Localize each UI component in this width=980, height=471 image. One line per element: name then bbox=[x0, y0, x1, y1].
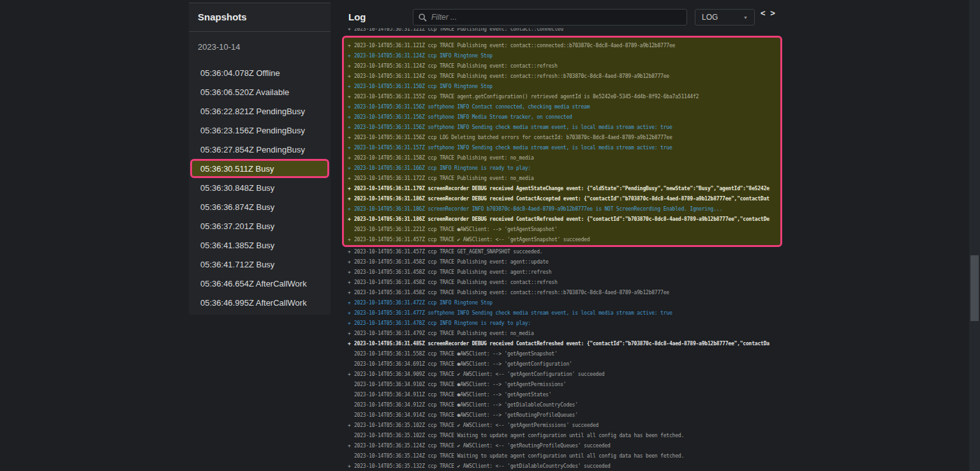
log-line-expander: + bbox=[348, 174, 354, 184]
scrollbar-track[interactable] bbox=[969, 0, 980, 471]
log-line-text: 2023-10-14T05:36:31.186Z screenRecorder … bbox=[354, 216, 769, 222]
log-line[interactable]: +2023-10-14T05:36:31.458Z ccp TRACE Publ… bbox=[348, 257, 782, 267]
log-line[interactable]: +2023-10-14T05:36:31.155Z ccp TRACE agen… bbox=[348, 92, 780, 102]
log-line-text: 2023-10-14T05:36:34.914Z ccp TRACE ●AWSC… bbox=[354, 412, 578, 418]
snapshot-date-label: 2023-10-14 bbox=[189, 42, 330, 52]
snapshot-list-item[interactable]: 05:36:37.201Z Busy bbox=[189, 216, 330, 236]
log-line-expander: + bbox=[348, 71, 354, 82]
log-level-select[interactable]: LOG ▼ bbox=[695, 9, 755, 26]
snapshot-list-item[interactable]: 05:36:41.712Z Busy bbox=[189, 255, 330, 274]
log-line[interactable]: +2023-10-14T05:36:31.156Z ccp LOG Deleti… bbox=[348, 133, 780, 143]
log-line[interactable]: +2023-10-14T05:36:31.186Z screenRecorder… bbox=[348, 194, 780, 204]
log-line-text: 2023-10-14T05:36:35.124Z ccp TRACE Waiti… bbox=[354, 453, 684, 459]
snapshot-item-label: 05:36:04.078Z Offline bbox=[200, 68, 280, 78]
log-line[interactable]: +2023-10-14T05:36:31.124Z ccp INFO Ringt… bbox=[348, 51, 780, 61]
log-line-expander: + bbox=[348, 143, 354, 153]
snapshot-list-item[interactable]: 05:36:22.821Z PendingBusy bbox=[189, 101, 330, 121]
log-level-value: LOG bbox=[702, 13, 718, 22]
log-line-text: 2023-10-14T05:36:34.912Z ccp TRACE ●AWSC… bbox=[354, 402, 578, 408]
snapshot-list: 05:36:04.078Z Offline 05:36:06.520Z Avai… bbox=[189, 63, 330, 312]
snapshot-list-item[interactable]: 05:36:23.156Z PendingBusy bbox=[189, 121, 330, 140]
snapshot-list-item[interactable]: 05:36:36.874Z Busy bbox=[189, 197, 330, 216]
log-line[interactable]: 2023-10-14T05:36:34.911Z ccp TRACE ●AWSC… bbox=[348, 390, 782, 400]
log-line-expander: + bbox=[348, 133, 354, 143]
log-line[interactable]: +2023-10-14T05:36:31.157Z softphone INFO… bbox=[348, 143, 780, 153]
log-line-text: 2023-10-14T05:36:31.156Z softphone INFO … bbox=[354, 104, 590, 110]
log-line[interactable]: +2023-10-14T05:36:31.479Z ccp TRACE Publ… bbox=[348, 329, 782, 339]
log-line[interactable]: +2023-10-14T05:36:31.172Z ccp TRACE Publ… bbox=[348, 174, 780, 184]
log-line-expander: + bbox=[348, 204, 354, 214]
log-line[interactable]: 2023-10-14T05:36:34.914Z ccp TRACE ●AWSC… bbox=[348, 410, 782, 421]
log-line[interactable]: +2023-10-14T05:36:35.102Z ccp TRACE ✔ AW… bbox=[348, 421, 782, 431]
log-line[interactable]: +2023-10-14T05:36:31.457Z ccp TRACE ✔ AW… bbox=[348, 235, 780, 245]
log-line-text: 2023-10-14T05:36:31.477Z softphone INFO … bbox=[354, 310, 672, 316]
log-line-text: 2023-10-14T05:36:31.157Z softphone INFO … bbox=[354, 145, 672, 151]
log-line-expander: + bbox=[348, 318, 354, 329]
log-line[interactable]: +2023-10-14T05:36:31.121Z ccp TRACE Publ… bbox=[348, 41, 780, 51]
snapshot-item-label: 05:36:41.385Z Busy bbox=[200, 241, 274, 250]
log-line[interactable]: +2023-10-14T05:36:31.156Z softphone INFO… bbox=[348, 112, 780, 123]
snapshot-list-item[interactable]: 05:36:30.848Z Busy bbox=[189, 178, 330, 197]
log-line[interactable]: 2023-10-14T05:36:34.912Z ccp TRACE ●AWSC… bbox=[348, 400, 782, 410]
log-line-text: 2023-10-14T05:36:34.910Z ccp TRACE ●AWSC… bbox=[354, 382, 566, 387]
log-line[interactable]: +2023-10-14T05:36:35.132Z ccp TRACE ✔ AW… bbox=[348, 461, 782, 471]
log-line[interactable]: +2023-10-14T05:36:31.124Z ccp TRACE Publ… bbox=[348, 71, 780, 82]
log-line[interactable]: +2023-10-14T05:36:31.150Z ccp INFO Ringt… bbox=[348, 82, 780, 92]
log-line[interactable]: +2023-10-14T05:36:31.472Z ccp INFO Ringt… bbox=[348, 298, 782, 308]
log-line[interactable]: 2023-10-14T05:36:34.691Z ccp TRACE ●AWSC… bbox=[348, 359, 782, 370]
log-line[interactable]: +2023-10-14T05:36:31.485Z screenRecorder… bbox=[348, 339, 782, 349]
log-line-text: 2023-10-14T05:36:31.472Z ccp INFO Ringto… bbox=[354, 300, 493, 306]
log-line[interactable]: +2023-10-14T05:36:31.478Z ccp INFO Ringt… bbox=[348, 318, 782, 329]
log-line[interactable]: +2023-10-14T05:36:31.186Z screenRecorder… bbox=[348, 204, 780, 214]
log-line[interactable]: +2023-10-14T05:36:31.156Z softphone INFO… bbox=[348, 123, 780, 133]
log-line-text: 2023-10-14T05:36:31.186Z screenRecorder … bbox=[354, 196, 769, 202]
log-line[interactable]: +2023-10-14T05:36:31.458Z ccp TRACE Publ… bbox=[348, 278, 782, 288]
log-line-expander: + bbox=[348, 339, 354, 349]
log-line-text: 2023-10-14T05:36:31.458Z ccp TRACE Publi… bbox=[354, 269, 551, 275]
log-line[interactable]: +2023-10-14T05:36:31.156Z softphone INFO… bbox=[348, 102, 780, 112]
log-line-expander: + bbox=[348, 112, 354, 123]
snapshot-list-item[interactable]: 05:36:30.511Z Busy bbox=[190, 159, 329, 178]
log-lines-clipped-top: +2023-10-14T05:36:31.121Z ccp TRACE Publ… bbox=[342, 28, 782, 34]
log-line-text: 2023-10-14T05:36:31.479Z ccp TRACE Publi… bbox=[354, 331, 534, 336]
snapshot-list-item[interactable]: 05:36:27.854Z PendingBusy bbox=[189, 140, 330, 159]
snapshots-panel: Snapshots 2023-10-14 05:36:04.078Z Offli… bbox=[189, 3, 330, 315]
log-line[interactable]: 2023-10-14T05:36:34.910Z ccp TRACE ●AWSC… bbox=[348, 380, 782, 390]
snapshot-item-label: 05:36:27.854Z PendingBusy bbox=[200, 145, 305, 154]
log-line[interactable]: 2023-10-14T05:36:35.124Z ccp TRACE Waiti… bbox=[348, 451, 782, 461]
log-line-expander: + bbox=[348, 267, 354, 278]
code-view-icon[interactable]: < > bbox=[761, 8, 776, 18]
log-line[interactable]: 2023-10-14T05:36:35.102Z ccp TRACE Waiti… bbox=[348, 431, 782, 441]
snapshot-list-item[interactable]: 05:36:04.078Z Offline bbox=[189, 63, 330, 82]
log-line-expander: + bbox=[348, 123, 354, 133]
filter-box bbox=[413, 9, 687, 26]
log-line-text: 2023-10-14T05:36:31.457Z ccp TRACE ✔ AWS… bbox=[354, 237, 590, 243]
snapshot-list-item[interactable]: 05:36:06.520Z Available bbox=[189, 82, 330, 101]
scrollbar-thumb[interactable] bbox=[970, 255, 979, 321]
log-line[interactable]: +2023-10-14T05:36:31.124Z ccp TRACE Publ… bbox=[348, 61, 780, 71]
filter-input[interactable] bbox=[431, 13, 681, 22]
log-line-text: 2023-10-14T05:36:35.132Z ccp TRACE ✔ AWS… bbox=[354, 463, 611, 469]
log-line[interactable]: +2023-10-14T05:36:31.179Z screenRecorder… bbox=[348, 184, 780, 194]
log-line-text: 2023-10-14T05:36:31.458Z ccp TRACE Publi… bbox=[354, 290, 669, 295]
log-line-expander: + bbox=[348, 163, 354, 174]
log-line[interactable]: +2023-10-14T05:36:34.909Z ccp TRACE ✔ AW… bbox=[348, 370, 782, 380]
log-line[interactable]: 2023-10-14T05:36:31.558Z ccp TRACE ●AWSC… bbox=[348, 349, 782, 359]
log-line[interactable]: +2023-10-14T05:36:31.457Z ccp TRACE GET_… bbox=[348, 247, 782, 257]
snapshot-list-item[interactable]: 05:36:46.654Z AfterCallWork bbox=[189, 274, 330, 293]
log-line[interactable]: +2023-10-14T05:36:31.158Z ccp TRACE Publ… bbox=[348, 153, 780, 163]
log-line-expander: + bbox=[348, 184, 354, 194]
snapshot-list-item[interactable]: 05:36:41.385Z Busy bbox=[189, 236, 330, 255]
snapshot-item-label: 05:36:37.201Z Busy bbox=[200, 221, 274, 231]
snapshot-list-item[interactable]: 05:36:46.995Z AfterCallWork bbox=[189, 293, 330, 312]
snapshot-item-label: 05:36:30.848Z Busy bbox=[200, 183, 274, 193]
log-line[interactable]: 2023-10-14T05:36:31.221Z ccp TRACE ●AWSC… bbox=[348, 225, 780, 235]
log-line[interactable]: +2023-10-14T05:36:31.458Z ccp TRACE Publ… bbox=[348, 288, 782, 298]
log-line[interactable]: +2023-10-14T05:36:31.458Z ccp TRACE Publ… bbox=[348, 267, 782, 278]
log-line[interactable]: +2023-10-14T05:36:31.477Z softphone INFO… bbox=[348, 308, 782, 318]
log-line[interactable]: +2023-10-14T05:36:35.124Z ccp TRACE ✔ AW… bbox=[348, 441, 782, 451]
log-line-expander: + bbox=[348, 194, 354, 204]
log-line[interactable]: +2023-10-14T05:36:31.166Z ccp INFO Ringt… bbox=[348, 163, 780, 174]
log-line[interactable]: +2023-10-14T05:36:31.186Z screenRecorder… bbox=[348, 214, 780, 225]
log-line[interactable]: +2023-10-14T05:36:31.121Z ccp TRACE Publ… bbox=[348, 28, 782, 34]
